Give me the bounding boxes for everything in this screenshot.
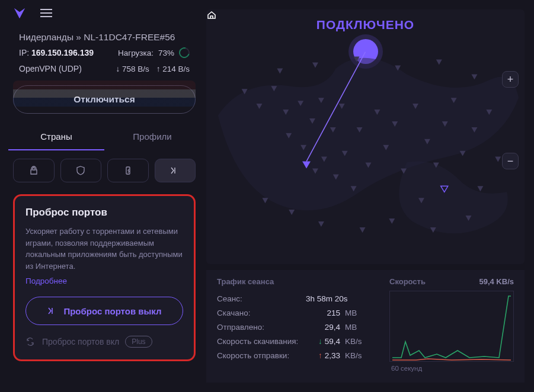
- stats-bar: Трафик сеанса Сеанс:3h 58m 20s Скачано:2…: [206, 270, 525, 383]
- tab-profiles[interactable]: Профили: [104, 122, 200, 150]
- port-forward-on-label: Проброс портов вкл: [42, 337, 119, 346]
- download-speed: ↓ 758 B/s: [116, 65, 149, 73]
- ip-label: IP: 169.150.196.139: [19, 48, 94, 57]
- refresh-icon: [25, 337, 36, 346]
- main-area: ПОДКЛЮЧЕНО + − Трафик сеанса Сеанс:3h 58…: [206, 9, 525, 383]
- server-load: Нагрузка:73%: [118, 47, 190, 58]
- speed-indicators: ↓ 758 B/s ↑ 214 B/s: [116, 65, 190, 73]
- panel-description: Ускоряет работу с торрентами и сетевыми …: [25, 226, 183, 272]
- panel-title: Проброс портов: [25, 207, 183, 219]
- port-forward-on-row: Проброс портов вкл Plus: [25, 336, 183, 348]
- connection-info: Нидерланды » NL-11DC47-FREE#56 IP: 169.1…: [8, 28, 200, 78]
- zoom-out-button[interactable]: −: [502, 153, 519, 169]
- plus-badge: Plus: [125, 336, 152, 348]
- portforward-icon: [47, 306, 57, 316]
- speed-header: Скорость59,4 KB/s: [389, 277, 514, 286]
- traffic-header: Трафик сеанса: [217, 277, 375, 286]
- map-zoom-controls: + −: [502, 71, 519, 169]
- filter-lock-button[interactable]: [13, 159, 55, 182]
- app-logo: [13, 7, 26, 20]
- upload-speed: ↑ 214 B/s: [156, 65, 190, 73]
- home-icon: [206, 9, 217, 20]
- zoom-in-button[interactable]: +: [502, 71, 519, 88]
- load-ring-icon: [177, 46, 192, 60]
- port-forward-off-button[interactable]: Проброс портов выкл: [25, 297, 183, 325]
- port-forward-panel: Проброс портов Ускоряет работу с торрент…: [13, 194, 196, 361]
- sidebar-tabs: Страны Профили: [8, 122, 200, 150]
- filter-device-button[interactable]: [107, 159, 149, 182]
- server-breadcrumb: Нидерланды » NL-11DC47-FREE#56: [19, 32, 190, 43]
- sidebar: Нидерланды » NL-11DC47-FREE#56 IP: 169.1…: [8, 28, 200, 384]
- map-svg: [206, 9, 525, 264]
- speed-chart-col: Скорость59,4 KB/s 60 секунд: [389, 277, 514, 378]
- learn-more-link[interactable]: Подробнее: [25, 277, 67, 285]
- chart-x-label: 60 секунд: [391, 365, 422, 372]
- session-stats: Трафик сеанса Сеанс:3h 58m 20s Скачано:2…: [217, 277, 375, 378]
- filter-shield-button[interactable]: [60, 159, 102, 182]
- menu-button[interactable]: [37, 5, 56, 21]
- speed-chart: 60 секунд: [389, 291, 514, 362]
- tab-countries[interactable]: Страны: [8, 122, 104, 150]
- server-flag-bg: [13, 81, 196, 107]
- filter-icon-row: [13, 159, 196, 182]
- world-map[interactable]: ПОДКЛЮЧЕНО + −: [206, 9, 525, 264]
- filter-portforward-button[interactable]: [155, 159, 196, 182]
- protocol-label: OpenVPN (UDP): [19, 64, 82, 73]
